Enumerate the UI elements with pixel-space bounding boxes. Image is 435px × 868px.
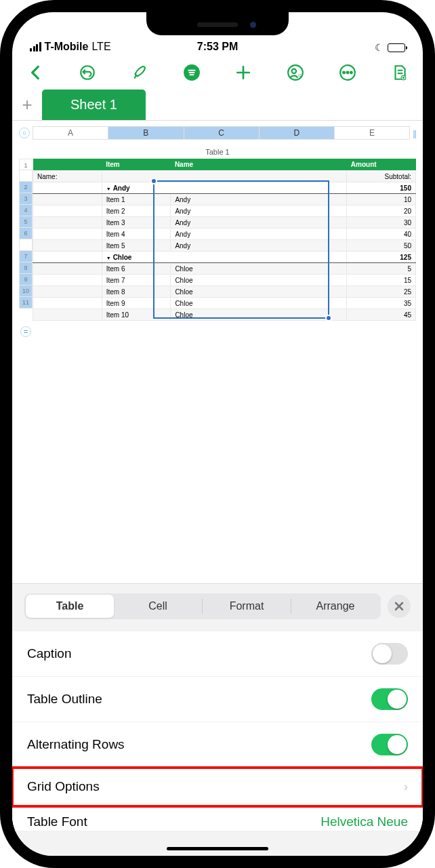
- cell[interactable]: Item 8: [102, 286, 171, 298]
- table-title: Table 1: [19, 145, 416, 159]
- group-subtotal[interactable]: 125: [347, 252, 416, 263]
- cell[interactable]: 10: [347, 194, 416, 205]
- add-sheet-button[interactable]: +: [12, 90, 42, 120]
- tab-arrange[interactable]: Arrange: [291, 595, 379, 618]
- clock: 7:53 PM: [197, 41, 238, 53]
- option-table-outline[interactable]: Table Outline: [12, 677, 423, 722]
- row-header[interactable]: 9: [19, 274, 33, 285]
- formula-icon[interactable]: =: [20, 326, 31, 337]
- cell[interactable]: Item 9: [102, 298, 171, 309]
- option-table-font[interactable]: Table Font Helvetica Neue: [12, 806, 423, 831]
- row-header[interactable]: 10: [19, 285, 33, 297]
- more-button[interactable]: [337, 62, 358, 83]
- tab-cell[interactable]: Cell: [114, 595, 202, 618]
- cell[interactable]: 30: [347, 217, 416, 229]
- option-grid-options[interactable]: Grid Options ›: [12, 768, 423, 806]
- cell[interactable]: Item 7: [102, 275, 171, 286]
- column-resize-icon[interactable]: ||: [413, 128, 416, 138]
- col-header-c[interactable]: C: [184, 126, 260, 140]
- col-header-b[interactable]: B: [108, 126, 184, 140]
- cell[interactable]: Andy: [171, 217, 347, 229]
- row-header[interactable]: 8: [19, 262, 33, 274]
- cell[interactable]: Chloe: [171, 263, 347, 275]
- signal-icon: [30, 42, 41, 52]
- row-headers[interactable]: 1 2 3 4 5 6 7 8 9 10 11: [19, 159, 33, 321]
- collapse-icon[interactable]: [106, 184, 113, 192]
- document-button[interactable]: [389, 62, 411, 83]
- cell[interactable]: 5: [347, 263, 416, 275]
- cell[interactable]: Andy: [171, 194, 347, 205]
- col-header-e[interactable]: E: [335, 126, 410, 140]
- network-label: LTE: [91, 41, 110, 53]
- row-header[interactable]: 4: [19, 205, 33, 216]
- phone-screen: T-Mobile LTE 7:53 PM ☾ + Sheet 1 ○ A B C…: [12, 12, 423, 856]
- row-header[interactable]: 3: [19, 193, 33, 205]
- option-caption[interactable]: Caption: [12, 631, 423, 677]
- home-indicator[interactable]: [167, 847, 268, 850]
- row-header[interactable]: 11: [19, 297, 33, 309]
- cell[interactable]: Andy: [171, 205, 347, 217]
- undo-button[interactable]: [77, 62, 98, 83]
- sheet-tab-active[interactable]: Sheet 1: [42, 90, 146, 120]
- row-header[interactable]: [19, 239, 33, 251]
- cell[interactable]: Andy: [171, 229, 347, 240]
- cell[interactable]: Andy: [171, 240, 347, 252]
- option-label: Caption: [27, 646, 72, 661]
- group-subtotal[interactable]: 150: [347, 182, 416, 194]
- format-panel: Table Cell Format Arrange Caption Table …: [12, 583, 423, 856]
- col-header-a[interactable]: A: [33, 126, 108, 140]
- tab-format[interactable]: Format: [203, 595, 291, 618]
- app-toolbar: [12, 56, 423, 90]
- cell[interactable]: Item 5: [102, 240, 171, 252]
- origin-cell-icon[interactable]: ○: [19, 127, 30, 138]
- toggle-alternating-rows[interactable]: [371, 734, 408, 755]
- row-header[interactable]: 1: [19, 159, 33, 170]
- chevron-right-icon: ›: [404, 780, 408, 794]
- collaborate-button[interactable]: [285, 62, 306, 83]
- row-header[interactable]: 2: [19, 182, 33, 193]
- tab-table[interactable]: Table: [26, 595, 114, 618]
- cell[interactable]: Item 3: [102, 217, 171, 229]
- row-header[interactable]: 7: [19, 251, 33, 262]
- option-alternating-rows[interactable]: Alternating Rows: [12, 722, 423, 768]
- toggle-table-outline[interactable]: [371, 688, 408, 710]
- cell[interactable]: 35: [347, 298, 416, 309]
- cell[interactable]: Chloe: [171, 275, 347, 286]
- insert-button[interactable]: [232, 62, 254, 83]
- cell[interactable]: Item 1: [102, 194, 171, 205]
- column-headers[interactable]: A B C D E: [33, 126, 410, 140]
- spreadsheet-area[interactable]: ○ A B C D E || Table 1 1 2 3 4 5 6 7 8 9: [12, 121, 423, 337]
- cell[interactable]: 20: [347, 205, 416, 217]
- row-header[interactable]: 5: [19, 216, 33, 228]
- cell[interactable]: Item 4: [102, 229, 171, 240]
- option-label: Alternating Rows: [27, 737, 125, 752]
- collapse-icon[interactable]: [106, 254, 113, 261]
- cell[interactable]: 45: [347, 309, 416, 321]
- col-header-d[interactable]: D: [260, 126, 335, 140]
- toggle-caption[interactable]: [371, 643, 408, 665]
- cell[interactable]: Chloe: [171, 298, 347, 309]
- group-name: Chloe: [113, 254, 132, 261]
- cell[interactable]: Item 2: [102, 205, 171, 217]
- format-brush-button[interactable]: [129, 62, 150, 83]
- row-header[interactable]: [19, 170, 33, 182]
- close-panel-button[interactable]: [388, 595, 411, 618]
- row-header[interactable]: 6: [19, 228, 33, 239]
- cell[interactable]: Name:: [33, 171, 102, 182]
- cell[interactable]: Subtotal:: [347, 171, 416, 182]
- cell[interactable]: 25: [347, 286, 416, 298]
- data-table[interactable]: ItemNameAmount Name:Subtotal: Andy150 It…: [33, 159, 416, 321]
- cell[interactable]: 50: [347, 240, 416, 252]
- cell[interactable]: Item 10: [102, 309, 171, 321]
- cell[interactable]: 15: [347, 275, 416, 286]
- cell[interactable]: Chloe: [171, 286, 347, 298]
- back-button[interactable]: [24, 62, 46, 83]
- do-not-disturb-icon: ☾: [375, 42, 384, 53]
- cell[interactable]: 40: [347, 229, 416, 240]
- cell[interactable]: Item 6: [102, 263, 171, 275]
- table-header-name: Name: [171, 159, 347, 171]
- cell[interactable]: Chloe: [171, 309, 347, 321]
- panel-tab-segment[interactable]: Table Cell Format Arrange: [24, 593, 381, 619]
- filter-button[interactable]: [181, 62, 203, 83]
- table-header-amount: Amount: [347, 159, 416, 171]
